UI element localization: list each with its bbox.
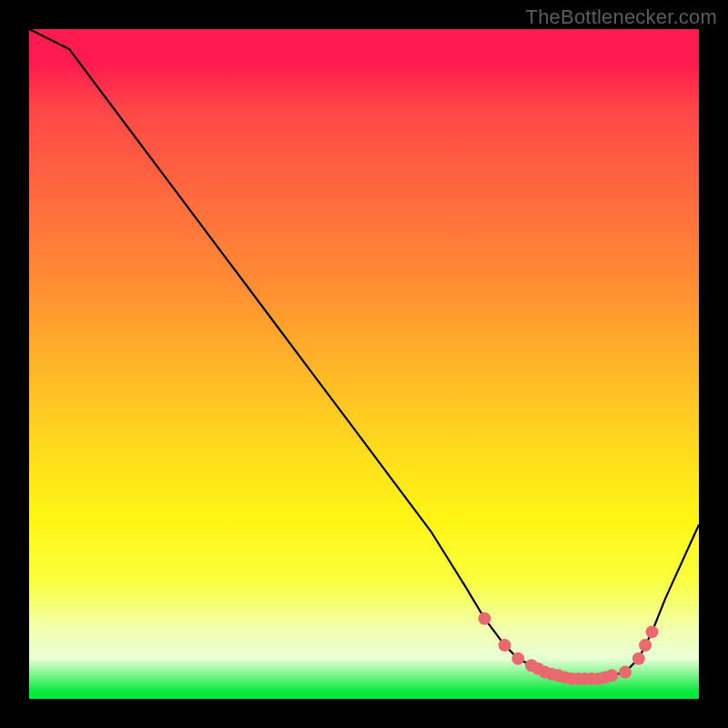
marker-point: [479, 612, 491, 625]
marker-point: [646, 625, 659, 638]
marker-point: [632, 652, 645, 665]
sweet-spot-markers: [479, 612, 659, 685]
marker-point: [619, 666, 632, 679]
plot-area: [29, 29, 699, 699]
marker-point: [639, 639, 652, 652]
watermark-text: TheBottlenecker.com: [526, 5, 717, 29]
chart-svg: [29, 29, 699, 699]
bottleneck-curve: [29, 29, 699, 679]
marker-point: [511, 652, 524, 665]
marker-point: [499, 639, 511, 652]
marker-point: [605, 669, 618, 682]
chart-frame: TheBottlenecker.com: [0, 0, 728, 728]
